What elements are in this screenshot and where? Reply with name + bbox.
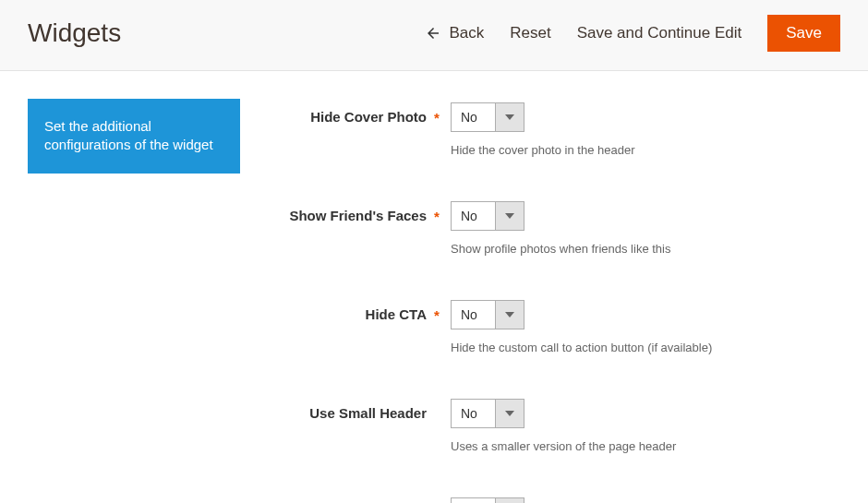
header-actions: Back Reset Save and Continue Edit Save (425, 15, 840, 52)
page-header: Widgets Back Reset Save and Continue Edi… (0, 0, 868, 71)
required-mark: * (434, 110, 440, 126)
field-use-small-header: Use Small Header No Uses a smaller versi… (268, 399, 840, 453)
required-mark: * (434, 307, 440, 323)
save-continue-button[interactable]: Save and Continue Edit (577, 24, 742, 42)
chevron-down-icon (505, 113, 514, 122)
select-value: No (451, 102, 495, 132)
sidebar-tab-additional-config[interactable]: Set the additional configurations of the… (28, 99, 240, 174)
back-label: Back (449, 24, 484, 42)
field-help: Show profile photos when friends like th… (451, 242, 840, 256)
select-value: No (451, 201, 495, 231)
select-toggle[interactable] (495, 399, 524, 428)
chevron-down-icon (505, 409, 514, 418)
select-use-small-header[interactable]: No (451, 399, 524, 428)
select-toggle[interactable] (495, 300, 524, 329)
select-value: No (451, 497, 495, 503)
back-button[interactable]: Back (425, 24, 484, 42)
required-mark: * (434, 209, 440, 224)
save-button[interactable]: Save (767, 15, 840, 52)
field-adapt-container-width: Adapt to plugin container width No Plugi… (268, 497, 840, 503)
field-show-friends-faces: Show Friend's Faces * No Show profile ph… (268, 201, 840, 256)
field-hide-cta: Hide CTA * No Hide the custom call to ac… (268, 300, 840, 354)
content-area: Set the additional configurations of the… (0, 71, 868, 503)
select-toggle[interactable] (495, 102, 524, 132)
chevron-down-icon (505, 211, 514, 221)
select-hide-cover-photo[interactable]: No (451, 102, 524, 132)
field-help: Hide the cover photo in the header (451, 143, 840, 157)
sidebar: Set the additional configurations of the… (28, 99, 240, 503)
select-show-friends-faces[interactable]: No (451, 201, 524, 231)
field-hide-cover-photo: Hide Cover Photo * No Hide the cover pho… (268, 102, 840, 157)
select-hide-cta[interactable]: No (451, 300, 524, 329)
field-label: Hide CTA (366, 305, 427, 324)
field-label: Show Friend's Faces (289, 207, 427, 225)
field-help: Hide the custom call to action button (i… (451, 341, 840, 354)
field-label: Use Small Header (309, 404, 427, 423)
select-toggle[interactable] (495, 201, 524, 231)
reset-button[interactable]: Reset (510, 24, 550, 42)
select-toggle[interactable] (495, 497, 524, 503)
select-value: No (451, 399, 495, 428)
arrow-left-icon (425, 25, 441, 42)
page-title: Widgets (28, 18, 121, 48)
form-area: Hide Cover Photo * No Hide the cover pho… (268, 99, 840, 503)
chevron-down-icon (505, 310, 514, 319)
field-label: Hide Cover Photo (310, 108, 427, 126)
select-value: No (451, 300, 495, 329)
select-adapt-container-width[interactable]: No (451, 497, 524, 503)
field-help: Uses a smaller version of the page heade… (451, 439, 840, 453)
